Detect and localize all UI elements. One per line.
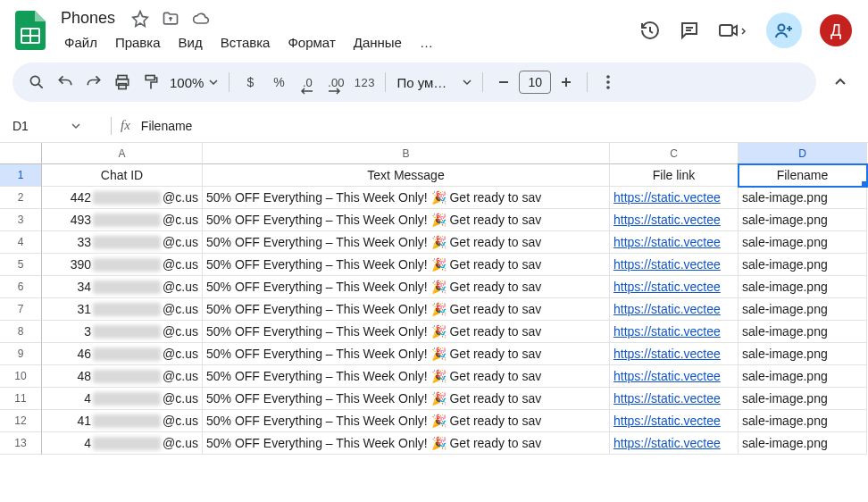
cell[interactable]: 50% OFF Everything – This Week Only! 🎉 G… [203,209,610,231]
decrease-font-size-button[interactable] [490,69,517,96]
formula-input[interactable]: Filename [139,119,868,133]
row-header[interactable]: 3 [0,209,42,231]
cell[interactable]: sale-image.png [739,231,867,254]
search-menus-icon[interactable] [23,69,50,96]
more-formats-button[interactable]: 123 [351,69,378,96]
history-icon[interactable] [639,20,661,41]
cell[interactable]: sale-image.png [739,432,867,455]
undo-icon[interactable] [52,69,79,96]
column-header[interactable]: D [739,143,867,164]
cell[interactable]: https://static.vectee [610,343,739,365]
sheets-logo[interactable] [13,13,48,48]
share-button[interactable] [766,13,802,48]
cell[interactable]: https://static.vectee [610,187,739,209]
cell[interactable]: https://static.vectee [610,254,739,276]
row-header[interactable]: 11 [0,388,42,410]
row-header[interactable]: 5 [0,254,42,276]
star-icon[interactable] [131,10,149,28]
collapse-toolbar-icon[interactable] [825,67,855,97]
cell[interactable]: 34@c.us [42,276,203,298]
cell[interactable]: 4@c.us [42,388,203,410]
cell[interactable]: 50% OFF Everything – This Week Only! 🎉 G… [203,187,610,209]
cell[interactable]: 390@c.us [42,254,203,276]
cell[interactable]: 50% OFF Everything – This Week Only! 🎉 G… [203,254,610,276]
row-header[interactable]: 8 [0,321,42,343]
cell[interactable]: https://static.vectee [610,298,739,321]
cell[interactable]: 50% OFF Everything – This Week Only! 🎉 G… [203,432,610,455]
zoom-dropdown[interactable]: 100% [166,75,221,90]
cell[interactable]: https://static.vectee [610,388,739,410]
row-header[interactable]: 4 [0,231,42,254]
menu-more[interactable]: … [413,31,440,54]
cell[interactable]: 33@c.us [42,231,203,254]
cell[interactable]: File link [610,164,739,187]
decrease-decimal-button[interactable]: .0 [294,69,321,96]
toolbar-overflow-icon[interactable] [595,69,622,96]
cell[interactable]: 50% OFF Everything – This Week Only! 🎉 G… [203,365,610,388]
cell[interactable]: Text Message [203,164,610,187]
font-size-input[interactable]: 10 [519,71,551,94]
cell[interactable]: sale-image.png [739,209,867,231]
name-box[interactable]: D1 [0,119,89,133]
meet-icon[interactable] [718,20,748,41]
paint-format-icon[interactable] [138,69,164,96]
comments-icon[interactable] [679,20,700,41]
cell[interactable]: sale-image.png [739,298,867,321]
column-header[interactable]: C [610,143,739,164]
cell[interactable]: 50% OFF Everything – This Week Only! 🎉 G… [203,388,610,410]
cell[interactable]: sale-image.png [739,276,867,298]
column-header[interactable]: B [203,143,610,164]
cell[interactable]: sale-image.png [739,365,867,388]
menu-edit[interactable]: Правка [108,31,168,54]
cell[interactable]: sale-image.png [739,187,867,209]
cell[interactable]: 50% OFF Everything – This Week Only! 🎉 G… [203,321,610,343]
cell[interactable]: sale-image.png [739,388,867,410]
cell[interactable]: Filename [739,164,867,187]
cell[interactable]: 50% OFF Everything – This Week Only! 🎉 G… [203,410,610,432]
cell[interactable]: https://static.vectee [610,432,739,455]
row-header[interactable]: 9 [0,343,42,365]
cell[interactable]: https://static.vectee [610,321,739,343]
cell[interactable]: sale-image.png [739,254,867,276]
increase-font-size-button[interactable] [553,69,580,96]
cell[interactable]: 50% OFF Everything – This Week Only! 🎉 G… [203,343,610,365]
select-all-corner[interactable] [0,143,42,164]
row-header[interactable]: 13 [0,432,42,455]
cell[interactable]: https://static.vectee [610,365,739,388]
increase-decimal-button[interactable]: .00 [322,69,349,96]
row-header[interactable]: 1 [0,164,42,187]
menu-file[interactable]: Файл [57,31,104,54]
cell[interactable]: 50% OFF Everything – This Week Only! 🎉 G… [203,231,610,254]
cloud-status-icon[interactable] [192,10,210,28]
menu-format[interactable]: Формат [280,31,342,54]
move-folder-icon[interactable] [162,10,179,28]
cell[interactable]: sale-image.png [739,321,867,343]
cell[interactable]: 50% OFF Everything – This Week Only! 🎉 G… [203,298,610,321]
menu-insert[interactable]: Вставка [213,31,278,54]
font-family-dropdown[interactable]: По ум… [393,75,475,90]
row-header[interactable]: 2 [0,187,42,209]
cell[interactable]: 442@c.us [42,187,203,209]
row-header[interactable]: 6 [0,276,42,298]
row-header[interactable]: 7 [0,298,42,321]
cell[interactable]: 48@c.us [42,365,203,388]
document-title[interactable]: Phones [57,7,119,29]
cell[interactable]: 50% OFF Everything – This Week Only! 🎉 G… [203,276,610,298]
account-avatar[interactable]: Д [820,14,852,46]
cell[interactable]: https://static.vectee [610,209,739,231]
menu-data[interactable]: Данные [346,31,409,54]
print-icon[interactable] [109,69,136,96]
cell[interactable]: 46@c.us [42,343,203,365]
cell[interactable]: sale-image.png [739,343,867,365]
cell[interactable]: sale-image.png [739,410,867,432]
cell[interactable]: 31@c.us [42,298,203,321]
redo-icon[interactable] [80,69,107,96]
cell[interactable]: 4@c.us [42,432,203,455]
currency-button[interactable]: $ [237,69,263,96]
cell[interactable]: https://static.vectee [610,231,739,254]
cell[interactable]: 493@c.us [42,209,203,231]
cell[interactable]: Chat ID [42,164,203,187]
cell[interactable]: 41@c.us [42,410,203,432]
column-header[interactable]: A [42,143,203,164]
menu-view[interactable]: Вид [171,31,210,54]
